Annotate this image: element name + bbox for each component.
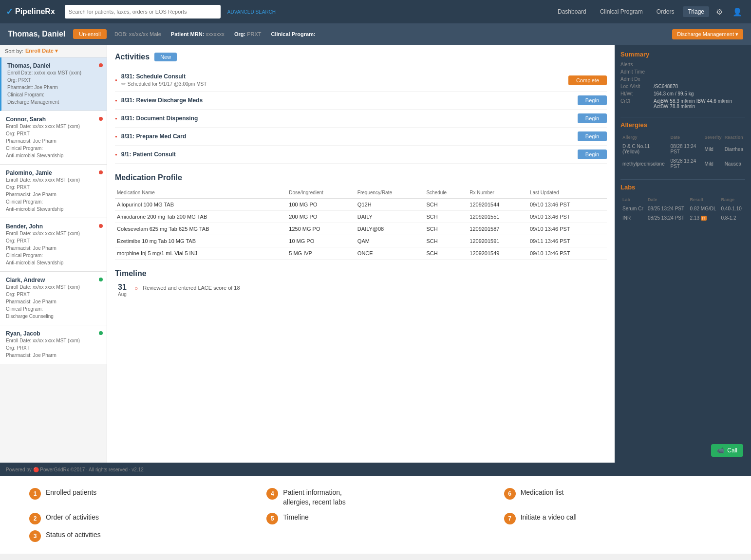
legend-section: 1 Enrolled patients 4 Patient informatio… bbox=[0, 476, 751, 554]
sidebar-item-ryan-jacob[interactable]: Ryan, Jacob Enroll Date: xx/xx xxxx MST … bbox=[0, 325, 107, 364]
legend-item-4: 4 Patient information,allergies, recent … bbox=[266, 488, 484, 507]
patient-item-name: Palomino, Jamie bbox=[6, 169, 102, 176]
patient-org: Org: PRXT bbox=[234, 31, 262, 37]
patient-item-detail: Enroll Date: xx/xx xxxx MST (xxm) Org: P… bbox=[6, 123, 102, 159]
activity-info: 8/31: Review Discharge Meds bbox=[121, 97, 578, 104]
allergy-table: Allergy Date Severity Reaction D & C No.… bbox=[620, 132, 745, 171]
complete-button[interactable]: Complete bbox=[568, 75, 607, 85]
allergy-row: D & C No.11 (Yellow) 08/28 13:24 PST Mil… bbox=[621, 142, 744, 156]
patient-item-detail: Enroll Date: xx/xx xxxx MST (xxm) Org: P… bbox=[7, 69, 102, 106]
legend-item-2: 2 Order of activities bbox=[29, 513, 247, 524]
logo-text: PipelineRx bbox=[15, 7, 55, 16]
legend-item-7: 7 Initiate a video call bbox=[504, 513, 722, 524]
sidebar-item-palomino-jamie[interactable]: Palomino, Jamie Enroll Date: xx/xx xxxx … bbox=[0, 165, 107, 218]
sort-label: Sort by: bbox=[5, 48, 23, 54]
medication-table: Medication Name Dose/Ingredient Frequenc… bbox=[115, 187, 607, 260]
status-dot-red bbox=[99, 117, 103, 121]
nav-orders[interactable]: Orders bbox=[652, 6, 679, 17]
activity-info: 9/1: Patient Consult bbox=[121, 151, 578, 158]
patient-meta: DOB: xx/xx/xx Male Patient MRN: xxxxxxx … bbox=[114, 31, 664, 37]
activity-info: 8/31: Schedule Consult ✏ Scheduled for 9… bbox=[121, 73, 568, 87]
sidebar-item-bender-john[interactable]: Bender, John Enroll Date: xx/xx xxxx MST… bbox=[0, 218, 107, 272]
begin-button[interactable]: Begin bbox=[578, 131, 607, 141]
summary-row-crcl: CrCl AdjBW 58.3 ml/min IBW 44.6 ml/min A… bbox=[620, 98, 745, 109]
activity-title: 9/1: Patient Consult bbox=[121, 151, 578, 158]
col-freq: Frequency/Rate bbox=[356, 187, 425, 199]
activity-dot: ● bbox=[115, 116, 117, 121]
new-activity-button[interactable]: New bbox=[154, 53, 177, 61]
sort-bar: Sort by: Enroll Date ▾ bbox=[0, 45, 107, 57]
legend-num-6: 6 bbox=[504, 488, 516, 500]
timeline-section: Timeline 31 Aug ○ Reviewed and entered L… bbox=[115, 269, 607, 297]
clinical-program-select[interactable]: Discharge Management ▾ bbox=[672, 29, 743, 39]
content-area: Activities New ● 8/31: Schedule Consult … bbox=[107, 45, 615, 463]
top-nav: ✓ PipelineRx ADVANCED SEARCH Dashboard C… bbox=[0, 0, 751, 23]
patient-item-name: Bender, John bbox=[6, 223, 102, 230]
lab-row: Serum Cr 08/25 13:24 PST 0.82 MG/DL 0.40… bbox=[621, 205, 744, 213]
legend-num-5: 5 bbox=[266, 513, 278, 524]
legend-text-1: Enrolled patients bbox=[46, 488, 96, 498]
legend-item-3: 3 Status of activities bbox=[29, 530, 247, 542]
activity-dot: ● bbox=[115, 152, 117, 157]
activity-info: 8/31: Prepare Med Card bbox=[121, 133, 578, 140]
sidebar-item-clark-andrew[interactable]: Clark, Andrew Enroll Date: xx/xx xxxx MS… bbox=[0, 272, 107, 325]
activity-row-2: ● 8/31: Review Discharge Meds Begin bbox=[115, 92, 607, 110]
allergies-section: Allergies Allergy Date Severity Reaction… bbox=[620, 121, 745, 171]
legend-text-4: Patient information,allergies, recent la… bbox=[283, 488, 345, 507]
sidebar-item-connor-sarah[interactable]: Connor, Sarah Enroll Date: xx/xx xxxx MS… bbox=[0, 111, 107, 165]
nav-clinical-program[interactable]: Clinical Program bbox=[595, 6, 648, 17]
patient-dob: DOB: xx/xx/xx Male bbox=[114, 31, 161, 37]
summary-row-admit-time: Admit Time bbox=[620, 69, 745, 75]
patient-cp: Clinical Program: bbox=[271, 31, 316, 37]
activity-title: 8/31: Schedule Consult bbox=[121, 73, 568, 80]
user-icon[interactable]: 👤 bbox=[730, 7, 745, 17]
legend-item-1: 1 Enrolled patients bbox=[29, 488, 247, 507]
activity-title: 8/31: Document Dispensing bbox=[121, 115, 578, 122]
sidebar-item-thomas-daniel[interactable]: Thomas, Daniel Enroll Date: xx/xx xxxx M… bbox=[0, 57, 107, 111]
activity-row-4: ● 8/31: Prepare Med Card Begin bbox=[115, 128, 607, 146]
col-schedule: Schedule bbox=[424, 187, 468, 199]
activity-title: 8/31: Prepare Med Card bbox=[121, 133, 578, 140]
unenroll-button[interactable]: Un-enroll bbox=[73, 29, 107, 39]
nav-dashboard[interactable]: Dashboard bbox=[553, 6, 591, 17]
patient-item-name: Connor, Sarah bbox=[6, 116, 102, 123]
legend-text-6: Medication list bbox=[521, 488, 564, 498]
status-dot-red bbox=[99, 63, 103, 67]
begin-button[interactable]: Begin bbox=[578, 149, 607, 159]
activity-dot: ● bbox=[115, 134, 117, 139]
col-updated: Last Updated bbox=[528, 187, 607, 199]
table-row: Ezetimibe 10 mg Tab 10 MG TAB 10 MG PO Q… bbox=[115, 235, 607, 247]
table-row: Allopurinol 100 MG TAB 100 MG PO Q12H SC… bbox=[115, 199, 607, 211]
settings-icon[interactable]: ⚙ bbox=[713, 7, 726, 17]
table-row: Amiodarone 200 mg Tab 200 MG TAB 200 MG … bbox=[115, 211, 607, 223]
labs-section: Labs Lab Date Result Range Serum Cr 08/2… bbox=[620, 184, 745, 223]
activity-title: 8/31: Review Discharge Meds bbox=[121, 97, 578, 104]
lab-row: INR 08/25 13:24 PST 2.13 H 0.8-1.2 bbox=[621, 214, 744, 222]
medication-profile-section: Medication Profile Medication Name Dose/… bbox=[115, 173, 607, 260]
lab-high-badge: H bbox=[701, 216, 707, 221]
timeline-title: Timeline bbox=[115, 269, 607, 278]
legend-item-6: 6 Medication list bbox=[504, 488, 722, 507]
begin-button[interactable]: Begin bbox=[578, 113, 607, 123]
nav-triage[interactable]: Triage bbox=[683, 6, 709, 17]
table-row: morphine Inj 5 mg/1 mL Vial 5 INJ 5 MG I… bbox=[115, 247, 607, 260]
legend-num-1: 1 bbox=[29, 488, 41, 500]
summary-row-loc: Loc./Visit /SC648878 bbox=[620, 84, 745, 89]
sidebar: Sort by: Enroll Date ▾ Thomas, Daniel En… bbox=[0, 45, 107, 463]
search-input[interactable] bbox=[65, 5, 221, 19]
summary-row-admit-dx: Admit Dx bbox=[620, 76, 745, 82]
legend-num-3: 3 bbox=[29, 530, 41, 542]
activities-header: Activities New bbox=[115, 53, 607, 61]
video-call-button[interactable]: 📹 Call bbox=[711, 444, 743, 457]
timeline-date: 31 Aug bbox=[115, 283, 130, 297]
patient-item-name: Ryan, Jacob bbox=[6, 330, 102, 337]
labs-table: Lab Date Result Range Serum Cr 08/25 13:… bbox=[620, 195, 745, 223]
patient-item-detail: Enroll Date: xx/xx xxxx MST (xxm) Org: P… bbox=[6, 283, 102, 320]
status-dot-red bbox=[99, 170, 103, 174]
sort-dropdown[interactable]: Enroll Date ▾ bbox=[25, 48, 58, 54]
begin-button[interactable]: Begin bbox=[578, 95, 607, 105]
advanced-search-link[interactable]: ADVANCED SEARCH bbox=[227, 9, 276, 15]
col-dose: Dose/Ingredient bbox=[287, 187, 356, 199]
activity-info: 8/31: Document Dispensing bbox=[121, 115, 578, 122]
allergies-title: Allergies bbox=[620, 121, 745, 129]
